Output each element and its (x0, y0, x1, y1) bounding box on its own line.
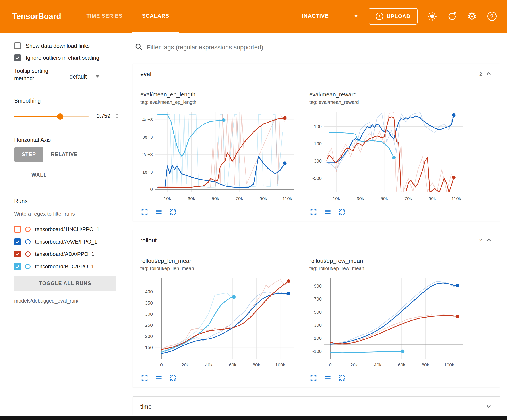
run-row[interactable]: tensorboard/BTC/PPO_1 (14, 263, 119, 270)
chart-title: rollout/ep_rew_mean (307, 257, 472, 264)
svg-text:100k: 100k (444, 362, 454, 367)
bottom-bar (0, 416, 507, 420)
show-download-links-checkbox[interactable]: Show data download links (14, 42, 119, 49)
section-time-header[interactable]: time (133, 397, 500, 415)
run-label: tensorboard/1INCH/PPO_1 (35, 226, 99, 233)
fit-domain-icon[interactable] (338, 374, 345, 382)
smoothing-slider[interactable] (14, 116, 89, 117)
chart-rollout-ep-rew-mean: rollout/ep_rew_mean tag: rollout/ep_rew_… (307, 257, 472, 382)
expand-chart-icon[interactable] (310, 374, 317, 382)
tensorboard-app: TensorBoard TIME SERIES SCALARS INACTIVE… (0, 0, 507, 420)
runs-menu-icon[interactable] (155, 208, 162, 216)
chart-plot[interactable]: 01e+32e+33e+34e+310k30k50k70k90k110k (138, 109, 303, 206)
svg-text:110k: 110k (451, 196, 461, 201)
run-color-circle (25, 239, 31, 244)
section-title: rollout (140, 237, 157, 244)
upload-button[interactable]: i UPLOAD (369, 8, 418, 25)
run-checkbox[interactable] (14, 238, 21, 245)
runs-filter-input[interactable] (14, 209, 119, 220)
relative-button[interactable]: RELATIVE (43, 147, 85, 162)
fit-domain-icon[interactable] (169, 208, 177, 216)
slider-fill (14, 116, 60, 117)
brightness-icon[interactable] (427, 11, 437, 22)
section-eval: eval 2 eval/mean_ep_length tag: eval/mea… (133, 64, 500, 221)
chart-title: rollout/ep_len_mean (138, 257, 303, 264)
section-eval-header[interactable]: eval 2 (133, 64, 500, 84)
wall-button[interactable]: WALL (24, 168, 54, 182)
svg-text:300: 300 (145, 311, 153, 317)
tooltip-sorting-dropdown[interactable]: default (70, 73, 99, 82)
svg-text:150: 150 (145, 345, 153, 350)
run-row[interactable]: tensorboard/1INCH/PPO_1 (14, 226, 119, 233)
smoothing-input[interactable]: 0.759 (95, 112, 119, 121)
collapse-up-icon[interactable] (485, 236, 492, 244)
step-button[interactable]: STEP (14, 147, 43, 162)
svg-text:50k: 50k (380, 196, 388, 201)
chart-toolbar (138, 206, 303, 216)
svg-text:200: 200 (145, 334, 153, 339)
chart-plot[interactable]: 150200250300350400020k40k60k80k100k (138, 275, 303, 372)
chevron-down-icon (96, 76, 99, 78)
runs-menu-icon[interactable] (155, 374, 162, 382)
svg-text:700: 700 (314, 296, 322, 302)
chart-plot[interactable]: -100100300500700900020k40k60k80k100k (307, 275, 472, 372)
line-chart[interactable]: 150200250300350400020k40k60k80k100k (138, 275, 297, 371)
slider-thumb[interactable] (57, 113, 63, 120)
tag-filter-input[interactable] (147, 44, 498, 51)
collapse-down-icon[interactable] (485, 403, 492, 411)
collapse-up-icon[interactable] (485, 70, 492, 78)
runs-section-label: Runs (14, 198, 119, 205)
expand-chart-icon[interactable] (141, 208, 148, 216)
runs-menu-icon[interactable] (324, 208, 331, 216)
help-icon[interactable]: ? (487, 11, 497, 22)
settings-gear-icon[interactable]: ⚙ (467, 11, 477, 22)
tooltip-sorting-value: default (70, 73, 87, 80)
section-time: time (133, 396, 500, 415)
chart-tag: tag: eval/mean_reward (307, 99, 472, 105)
chart-toolbar (307, 206, 472, 216)
ignore-outliers-checkbox[interactable]: Ignore outliers in chart scaling (14, 55, 119, 61)
status-dropdown[interactable]: INACTIVE (301, 11, 359, 22)
runs-menu-icon[interactable] (324, 374, 331, 382)
expand-chart-icon[interactable] (310, 208, 317, 216)
svg-text:50k: 50k (212, 196, 219, 201)
search-icon (135, 43, 143, 52)
chart-plot[interactable]: 100-100-300-50010k30k50k70k90k110k (307, 109, 472, 206)
header-actions: INACTIVE i UPLOAD ⚙ ? (301, 0, 507, 33)
section-rollout-header[interactable]: rollout 2 (133, 230, 500, 251)
svg-text:10k: 10k (332, 196, 340, 201)
chart-toolbar (138, 372, 303, 382)
run-checkbox[interactable] (14, 263, 21, 270)
tag-filter-bar (133, 39, 500, 56)
tooltip-sorting-label: Tooltip sorting method: (14, 67, 61, 82)
chart-tag: tag: rollout/ep_len_mean (138, 266, 303, 271)
run-checkbox[interactable] (14, 251, 21, 257)
line-chart[interactable]: -100100300500700900020k40k60k80k100k (307, 275, 466, 371)
run-row[interactable]: tensorboard/AAVE/PPO_1 (14, 238, 119, 245)
toggle-all-runs-button[interactable]: TOGGLE ALL RUNS (14, 275, 116, 291)
chart-title: eval/mean_ep_length (138, 91, 303, 98)
refresh-icon[interactable] (447, 11, 458, 22)
smoothing-label: Smoothing (14, 97, 119, 104)
run-row[interactable]: tensorboard/ADA/PPO_1 (14, 251, 119, 257)
fit-domain-icon[interactable] (338, 208, 345, 216)
run-checkbox[interactable] (14, 226, 21, 233)
svg-text:60k: 60k (398, 362, 405, 367)
run-label: tensorboard/AAVE/PPO_1 (35, 239, 97, 245)
expand-chart-icon[interactable] (141, 374, 148, 382)
svg-text:80k: 80k (422, 362, 429, 367)
svg-text:-500: -500 (312, 176, 322, 181)
smoothing-value: 0.759 (97, 113, 111, 119)
svg-text:70k: 70k (236, 196, 243, 201)
section-rollout: rollout 2 rollout/ep_len_mean tag: rollo… (133, 230, 500, 387)
section-count: 2 (479, 238, 482, 243)
line-chart[interactable]: 01e+32e+33e+34e+310k30k50k70k90k110k (138, 109, 297, 205)
tab-scalars[interactable]: SCALARS (132, 0, 179, 33)
svg-text:40k: 40k (205, 362, 213, 367)
chart-toolbar (307, 372, 472, 382)
line-chart[interactable]: 100-100-300-50010k30k50k70k90k110k (307, 109, 466, 205)
fit-domain-icon[interactable] (169, 374, 177, 382)
tab-time-series[interactable]: TIME SERIES (77, 0, 132, 33)
svg-text:100: 100 (314, 336, 322, 341)
stepper-icons[interactable] (116, 113, 119, 118)
